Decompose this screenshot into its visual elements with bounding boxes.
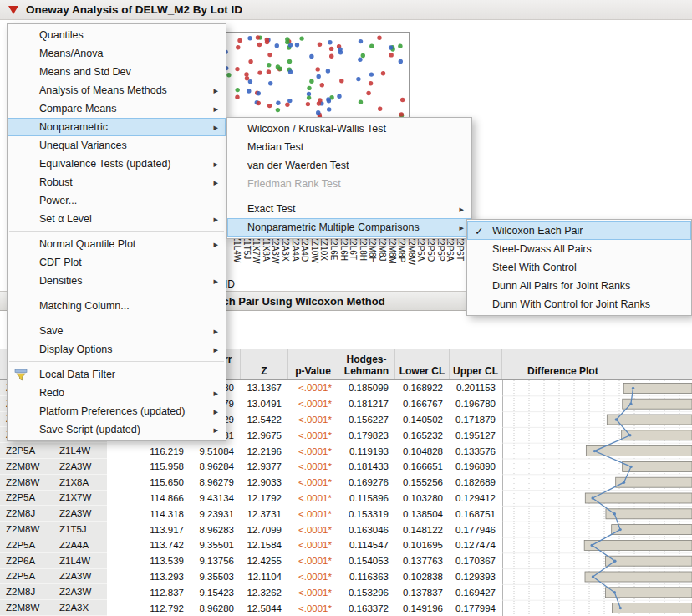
- menu-item-display-options[interactable]: Display Options▸: [8, 340, 226, 359]
- menu-item-redo[interactable]: Redo▸: [8, 384, 226, 402]
- menu-item-analysis-of-means-methods[interactable]: Analysis of Means Methods▸: [8, 81, 226, 99]
- data-point[interactable]: [235, 67, 239, 71]
- data-point[interactable]: [338, 47, 342, 51]
- data-point[interactable]: [265, 38, 269, 42]
- data-point[interactable]: [306, 102, 310, 106]
- red-triangle-menu-button[interactable]: [7, 3, 20, 17]
- menu-item-unequal-variances[interactable]: Unequal Variances: [8, 136, 226, 155]
- data-point[interactable]: [257, 91, 261, 95]
- menu-item-normal-quantile-plot[interactable]: Normal Quantile Plot▸: [8, 235, 226, 253]
- menu-item-matching-column[interactable]: Matching Column...: [8, 297, 226, 315]
- data-point[interactable]: [248, 79, 252, 84]
- menu-item-nonparametric-multiple-comparisons[interactable]: Nonparametric Multiple Comparisons▸: [227, 218, 471, 237]
- menu-item-platform-preferences-updated[interactable]: Platform Preferences (updated)▸: [8, 402, 226, 420]
- data-point[interactable]: [329, 47, 333, 51]
- data-point[interactable]: [317, 74, 321, 79]
- data-point[interactable]: [358, 58, 362, 62]
- data-point[interactable]: [326, 69, 330, 73]
- menu-item-cdf-plot[interactable]: CDF Plot: [8, 253, 226, 272]
- menu-item-quantiles[interactable]: Quantiles: [8, 26, 226, 44]
- menu-item-steel-dwass-all-pairs[interactable]: Steel-Dwass All Pairs: [467, 240, 691, 258]
- data-point[interactable]: [307, 95, 311, 99]
- data-point[interactable]: [268, 81, 272, 85]
- data-point[interactable]: [276, 108, 280, 112]
- data-point[interactable]: [287, 99, 292, 103]
- data-point[interactable]: [337, 94, 341, 99]
- data-point[interactable]: [236, 88, 240, 92]
- data-point[interactable]: [275, 43, 279, 48]
- data-point[interactable]: [356, 77, 360, 81]
- data-point[interactable]: [267, 53, 272, 57]
- data-point[interactable]: [288, 69, 293, 74]
- menu-item-set-level[interactable]: Set α Level▸: [8, 210, 226, 228]
- menu-item-steel-with-control[interactable]: Steel With Control: [467, 258, 691, 277]
- data-point[interactable]: [267, 104, 272, 108]
- data-point[interactable]: [381, 71, 385, 75]
- data-point[interactable]: [327, 107, 331, 111]
- menu-item-save-script-updated[interactable]: Save Script (updated)▸: [8, 420, 226, 439]
- data-point[interactable]: [256, 35, 260, 39]
- data-point[interactable]: [257, 101, 261, 105]
- data-point[interactable]: [359, 100, 363, 104]
- data-point[interactable]: [389, 45, 393, 49]
- data-point[interactable]: [309, 79, 313, 84]
- menu-item-means-and-std-dev[interactable]: Means and Std Dev: [8, 63, 226, 81]
- menu-item-wilcoxon-kruskal-wallis-test[interactable]: Wilcoxon / Kruskal-Wallis Test: [227, 120, 471, 138]
- data-point[interactable]: [359, 39, 363, 43]
- data-point[interactable]: [327, 99, 331, 103]
- data-point[interactable]: [369, 81, 373, 85]
- menu-item-densities[interactable]: Densities▸: [8, 272, 226, 290]
- data-point[interactable]: [316, 67, 320, 71]
- data-point[interactable]: [307, 92, 311, 96]
- data-point[interactable]: [299, 36, 303, 40]
- data-point[interactable]: [245, 76, 249, 80]
- data-point[interactable]: [287, 59, 292, 64]
- data-point[interactable]: [285, 37, 289, 41]
- data-point[interactable]: [295, 43, 299, 47]
- menu-item-nonparametric[interactable]: Nonparametric▸: [8, 118, 226, 136]
- data-point[interactable]: [399, 112, 404, 116]
- data-point[interactable]: [278, 67, 282, 71]
- data-point[interactable]: [307, 86, 311, 90]
- data-point[interactable]: [329, 54, 333, 59]
- menu-item-save[interactable]: Save▸: [8, 322, 226, 340]
- data-point[interactable]: [377, 36, 381, 40]
- menu-item-exact-test[interactable]: Exact Test▸: [227, 200, 471, 218]
- data-point[interactable]: [236, 45, 240, 49]
- menu-item-van-der-waerden-test[interactable]: van der Waerden Test: [227, 156, 471, 175]
- data-point[interactable]: [235, 95, 239, 99]
- menu-item-dunn-all-pairs-for-joint-ranks[interactable]: Dunn All Pairs for Joint Ranks: [467, 277, 691, 295]
- menu-item-power[interactable]: Power...: [8, 191, 226, 210]
- data-point[interactable]: [328, 40, 332, 44]
- menu-item-robust[interactable]: Robust▸: [8, 173, 226, 191]
- data-point[interactable]: [378, 107, 382, 111]
- data-point[interactable]: [276, 101, 280, 105]
- data-point[interactable]: [237, 38, 242, 43]
- menu-item-local-data-filter[interactable]: Local Data Filter: [8, 365, 226, 384]
- data-point[interactable]: [257, 43, 262, 47]
- data-point[interactable]: [247, 89, 251, 93]
- data-point[interactable]: [267, 63, 271, 67]
- data-point[interactable]: [369, 44, 374, 48]
- data-point[interactable]: [366, 91, 370, 95]
- data-point[interactable]: [257, 70, 262, 74]
- data-point[interactable]: [316, 110, 320, 115]
- data-point[interactable]: [309, 54, 313, 59]
- data-point[interactable]: [247, 36, 252, 40]
- data-point[interactable]: [369, 72, 374, 76]
- data-point[interactable]: [361, 53, 365, 58]
- menu-item-median-test[interactable]: Median Test: [227, 138, 471, 156]
- data-point[interactable]: [244, 72, 248, 76]
- data-point[interactable]: [389, 53, 394, 57]
- data-point[interactable]: [285, 103, 289, 107]
- menu-item-wilcoxon-each-pair[interactable]: ✓Wilcoxon Each Pair: [467, 221, 691, 240]
- data-point[interactable]: [226, 73, 231, 77]
- data-point[interactable]: [248, 59, 252, 64]
- data-point[interactable]: [400, 98, 405, 102]
- data-point[interactable]: [318, 98, 322, 102]
- menu-item-compare-means[interactable]: Compare Means▸: [8, 99, 226, 118]
- data-point[interactable]: [399, 59, 403, 64]
- menu-item-dunn-with-control-for-joint-ranks[interactable]: Dunn With Control for Joint Ranks: [467, 295, 691, 313]
- data-point[interactable]: [318, 43, 322, 47]
- menu-item-equivalence-tests-updated[interactable]: Equivalence Tests (updated)▸: [8, 155, 226, 173]
